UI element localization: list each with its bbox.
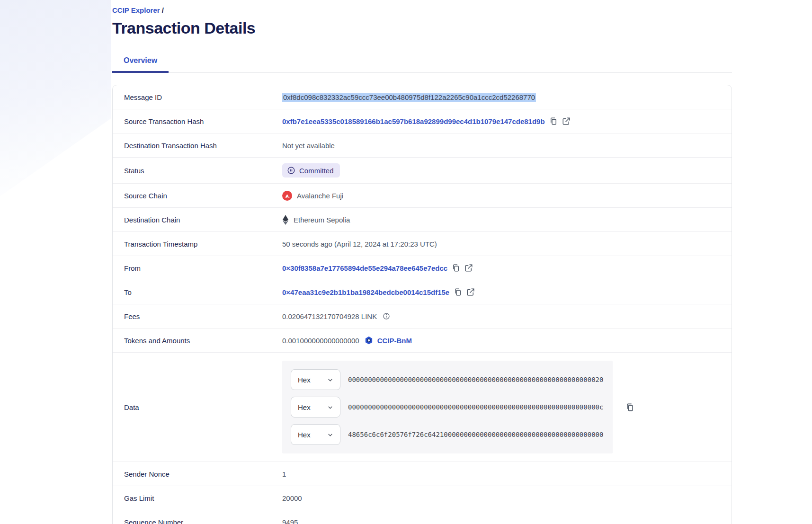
hex-data-line: 0000000000000000000000000000000000000000… xyxy=(348,376,603,383)
encoding-select[interactable]: Hex xyxy=(291,424,340,445)
row-label: Destination Transaction Hash xyxy=(124,142,282,150)
copy-icon[interactable] xyxy=(454,288,462,296)
gas-limit-value: 20000 xyxy=(282,494,302,502)
row-label: Gas Limit xyxy=(124,494,282,502)
data-line: Hex 000000000000000000000000000000000000… xyxy=(291,369,604,390)
row-label: Data xyxy=(124,403,282,411)
data-line: Hex 48656c6c6f20576f726c6421000000000000… xyxy=(291,424,604,445)
token-link[interactable]: CCIP-BnM xyxy=(377,337,412,345)
row-message-id: Message ID 0xf8dc098c832332ac59ccc73ee00… xyxy=(113,85,732,109)
tab-bar: Overview xyxy=(112,56,732,73)
hex-data-line: 0000000000000000000000000000000000000000… xyxy=(348,403,603,411)
row-source-transaction-hash: Source Transaction Hash 0xfb7e1eea5335c0… xyxy=(113,109,732,133)
chevron-down-icon xyxy=(327,404,333,410)
transaction-timestamp-value: 50 seconds ago (April 12, 2024 at 17:20:… xyxy=(282,240,437,248)
row-label: Sequence Number xyxy=(124,518,282,524)
row-label: Source Transaction Hash xyxy=(124,117,282,125)
data-box: Hex 000000000000000000000000000000000000… xyxy=(282,361,613,453)
external-link-icon[interactable] xyxy=(562,117,571,125)
row-to: To 0×47eaa31c9e2b1b1ba19824bedcbe0014c15… xyxy=(113,280,732,304)
status-badge-label: Committed xyxy=(299,167,334,175)
data-line: Hex 000000000000000000000000000000000000… xyxy=(291,397,604,417)
row-tokens-and-amounts: Tokens and Amounts 0.001000000000000000 … xyxy=(113,329,732,353)
status-badge: Committed xyxy=(282,163,340,178)
chevron-down-icon xyxy=(327,432,333,438)
message-id-value: 0xf8dc098c832332ac59ccc73ee00b480975d8f1… xyxy=(282,93,536,102)
token-amount: 0.001000000000000000 xyxy=(282,337,359,345)
row-label: Message ID xyxy=(124,93,282,101)
row-status: Status Committed xyxy=(113,158,732,184)
row-label: To xyxy=(124,288,282,296)
pause-circle-icon xyxy=(287,166,295,175)
copy-icon[interactable] xyxy=(452,264,460,272)
row-sequence-number: Sequence Number 9495 xyxy=(113,510,732,524)
hex-data-line: 48656c6c6f20576f726c64210000000000000000… xyxy=(348,431,603,438)
row-transaction-timestamp: Transaction Timestamp 50 seconds ago (Ap… xyxy=(113,232,732,256)
tab-overview[interactable]: Overview xyxy=(112,56,169,72)
breadcrumb-separator: / xyxy=(162,6,164,14)
row-label: Tokens and Amounts xyxy=(124,337,282,345)
background-gradient-shape xyxy=(0,0,111,204)
page-title: Transaction Details xyxy=(112,18,732,37)
row-sender-nonce: Sender Nonce 1 xyxy=(113,462,732,486)
row-label: Sender Nonce xyxy=(124,470,282,478)
breadcrumb-link-ccip-explorer[interactable]: CCIP Explorer xyxy=(112,6,160,14)
ccip-bnm-token-icon xyxy=(365,336,373,345)
row-data: Data Hex 0000000000000000000000000000000… xyxy=(113,353,732,462)
transaction-details-card: Message ID 0xf8dc098c832332ac59ccc73ee00… xyxy=(112,85,732,524)
row-label: Status xyxy=(124,167,282,175)
row-source-chain: Source Chain Avalanche Fuji xyxy=(113,184,732,208)
row-label: Transaction Timestamp xyxy=(124,240,282,248)
sequence-number-value: 9495 xyxy=(282,518,298,524)
copy-icon[interactable] xyxy=(625,403,634,412)
avalanche-icon xyxy=(282,191,292,201)
breadcrumb: CCIP Explorer / xyxy=(112,0,732,14)
row-label: Fees xyxy=(124,312,282,320)
copy-icon[interactable] xyxy=(549,117,558,125)
to-address-link[interactable]: 0×47eaa31c9e2b1b1ba19824bedcbe0014c15df1… xyxy=(282,288,449,296)
sender-nonce-value: 1 xyxy=(282,470,286,478)
fees-value: 0.020647132170704928 LINK xyxy=(282,312,377,320)
external-link-icon[interactable] xyxy=(464,264,473,272)
row-from: From 0×30f8358a7e17765894de55e294a78ee64… xyxy=(113,256,732,280)
destination-chain-name: Ethereum Sepolia xyxy=(294,216,350,224)
source-chain-name: Avalanche Fuji xyxy=(297,192,343,200)
row-fees: Fees 0.020647132170704928 LINK xyxy=(113,304,732,329)
external-link-icon[interactable] xyxy=(466,288,475,296)
destination-transaction-hash-value: Not yet available xyxy=(282,142,335,150)
encoding-select-value: Hex xyxy=(298,431,311,439)
ethereum-icon xyxy=(282,215,289,225)
main-content: CCIP Explorer / Transaction Details Over… xyxy=(112,0,732,524)
info-icon[interactable] xyxy=(383,312,390,320)
row-label: Source Chain xyxy=(124,192,282,200)
encoding-select[interactable]: Hex xyxy=(291,369,340,390)
encoding-select[interactable]: Hex xyxy=(291,397,340,417)
row-label: From xyxy=(124,264,282,272)
from-address-link[interactable]: 0×30f8358a7e17765894de55e294a78ee645e7ed… xyxy=(282,264,447,272)
row-destination-transaction-hash: Destination Transaction Hash Not yet ava… xyxy=(113,133,732,158)
encoding-select-value: Hex xyxy=(298,403,311,411)
row-gas-limit: Gas Limit 20000 xyxy=(113,486,732,510)
row-label: Destination Chain xyxy=(124,216,282,224)
row-destination-chain: Destination Chain Ethereum Sepolia xyxy=(113,208,732,232)
source-transaction-hash-link[interactable]: 0xfb7e1eea5335c018589166b1ac597b618a9289… xyxy=(282,117,545,125)
encoding-select-value: Hex xyxy=(298,376,311,384)
chevron-down-icon xyxy=(327,377,333,383)
